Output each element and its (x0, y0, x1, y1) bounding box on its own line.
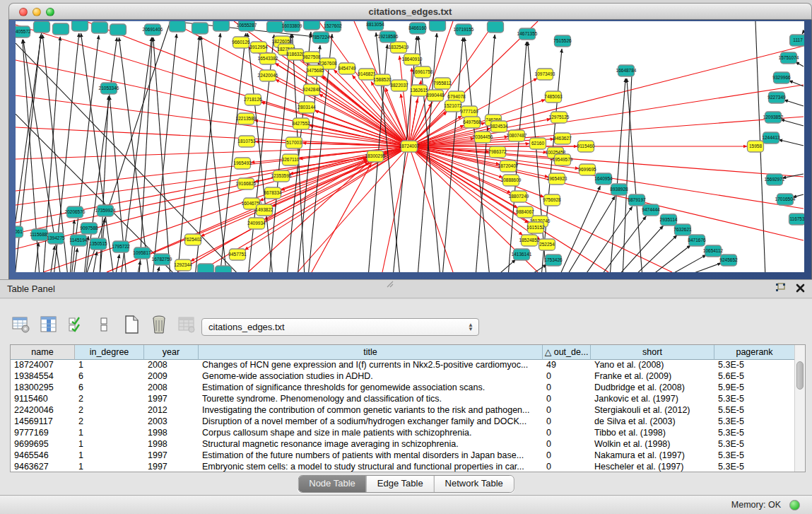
network-node[interactable]: 1145194 (70, 235, 88, 246)
network-node[interactable]: 10888609 (501, 175, 522, 186)
network-edge[interactable] (382, 146, 409, 272)
table-row[interactable]: 1872400712008Changes of HCN gene express… (11, 360, 795, 371)
network-node[interactable]: 1615152 (526, 222, 545, 233)
network-node[interactable]: 8454749 (338, 63, 356, 74)
network-node[interactable]: 7986372 (488, 146, 507, 158)
network-node[interactable]: 18325419 (389, 42, 409, 53)
network-node[interactable]: 8186328 (286, 49, 305, 60)
network-node[interactable]: 1640954 (594, 173, 613, 185)
table-cell[interactable]: Tibbo et al. (1998) (591, 428, 714, 439)
network-node[interactable] (53, 23, 69, 35)
table-cell[interactable]: 1997 (144, 462, 199, 473)
network-node[interactable]: 1795722 (112, 241, 130, 252)
network-node[interactable]: 20364456 (473, 132, 493, 143)
table-row[interactable]: 969969511998Structural magnetic resonanc… (11, 439, 795, 450)
network-node[interactable] (430, 21, 446, 31)
network-edge[interactable] (409, 146, 804, 240)
table-cell[interactable]: 0 (543, 439, 591, 450)
show-columns-icon[interactable] (39, 315, 59, 334)
network-node[interactable]: 3475685 (306, 65, 324, 76)
network-edge[interactable] (16, 158, 367, 233)
column-header-pagerank[interactable]: pagerank (714, 345, 795, 360)
table-cell[interactable]: 0 (543, 428, 591, 439)
network-node[interactable]: 252254 (539, 239, 555, 250)
table-cell[interactable]: Corpus callosum shape and size in male p… (199, 428, 543, 439)
table-cell[interactable]: 1 (75, 439, 144, 450)
network-node[interactable]: 20691406 (143, 24, 163, 35)
float-panel-icon[interactable] (775, 283, 786, 293)
network-node[interactable]: 12213589 (236, 113, 257, 124)
table-cell[interactable]: 2 (75, 394, 144, 405)
select-columns-check-icon[interactable] (66, 315, 86, 334)
network-node[interactable]: 15751074 (779, 52, 799, 64)
table-cell[interactable]: 9777169 (11, 428, 75, 439)
network-node[interactable]: 1965493 (233, 158, 252, 169)
table-cell[interactable]: 5.3E-5 (714, 416, 795, 428)
minimize-window-icon[interactable] (33, 8, 41, 16)
network-node[interactable]: 2935114 (660, 214, 678, 226)
network-node[interactable]: 7632621 (673, 224, 692, 235)
network-node[interactable] (92, 22, 108, 33)
close-window-icon[interactable] (19, 8, 28, 16)
network-node[interactable]: 9097588 (80, 223, 98, 234)
tab-node-table[interactable]: Node Table (298, 476, 366, 492)
network-node[interactable]: 12975125 (549, 112, 570, 123)
network-node[interactable]: 2405572 (16, 26, 31, 37)
table-cell[interactable]: Embryonic stem cells: a model to study s… (199, 462, 543, 473)
row-height-icon[interactable] (94, 315, 114, 334)
network-node[interactable]: 16033809 (282, 21, 302, 32)
table-row[interactable]: 911546021997Tourette syndrome. Phenomeno… (11, 394, 795, 405)
network-node[interactable]: 8466160 (408, 23, 427, 34)
network-node[interactable]: 1095817 (133, 247, 151, 259)
table-cell[interactable]: 1 (75, 450, 144, 462)
network-node[interactable]: 9329966 (772, 72, 791, 83)
network-node[interactable]: 2409934 (247, 218, 266, 229)
column-header-in_degree[interactable]: in_degree (75, 345, 144, 360)
network-edge[interactable] (666, 255, 706, 272)
network-node[interactable]: 517003 (286, 137, 302, 148)
network-node[interactable]: 116753 (789, 214, 805, 225)
citation-network-graph[interactable]: 1872400718300295159581221358927181262242… (16, 21, 804, 272)
network-node[interactable]: 12093852 (763, 112, 784, 123)
network-node[interactable]: 10807487 (507, 130, 527, 141)
scrollbar-thumb[interactable] (796, 361, 804, 390)
network-edge[interactable] (201, 36, 227, 272)
network-edge[interactable] (464, 37, 490, 272)
network-node[interactable]: 18807249 (509, 191, 529, 202)
network-node[interactable]: 8822037 (390, 80, 408, 91)
table-cell[interactable]: Investigating the contribution of common… (199, 405, 543, 416)
network-node[interactable] (198, 264, 214, 272)
network-node[interactable]: 9777169 (460, 106, 478, 117)
network-node[interactable]: 17359924 (95, 205, 116, 216)
table-cell[interactable]: 0 (543, 394, 591, 405)
network-node[interactable]: 14671355 (517, 28, 538, 40)
network-node[interactable] (304, 21, 320, 30)
table-cell[interactable]: Structural magnetic resonance image aver… (199, 439, 543, 450)
network-node[interactable]: 10973493 (535, 69, 555, 80)
network-node[interactable]: 10654112 (703, 245, 724, 257)
network-node[interactable]: 9245652 (719, 255, 738, 266)
network-node[interactable]: 22420046 (258, 70, 278, 81)
network-edge[interactable] (782, 174, 804, 178)
network-node[interactable]: 18720407 (498, 160, 519, 172)
column-header-out_de[interactable]: △ out_de... (543, 345, 591, 360)
network-node[interactable]: 8427552 (292, 118, 310, 129)
network-node[interactable]: 15958 (748, 141, 764, 152)
network-node[interactable]: 8990448 (426, 90, 445, 101)
network-edge[interactable] (627, 78, 642, 272)
network-node[interactable]: 7857224 (312, 32, 330, 43)
table-cell[interactable]: 1998 (144, 439, 199, 450)
network-node[interactable]: 2803144 (298, 102, 316, 113)
table-cell[interactable]: 18300295 (11, 382, 75, 394)
network-edge[interactable] (115, 255, 119, 272)
network-node[interactable]: 8938928 (610, 184, 628, 195)
network-node[interactable]: 1292344 (174, 259, 192, 271)
table-cell[interactable]: Jankovic et al. (1997) (591, 394, 714, 405)
network-node[interactable]: 1527602 (324, 21, 342, 32)
table-cell[interactable]: 1 (75, 360, 144, 371)
network-node[interactable]: 3824534 (490, 121, 508, 132)
network-canvas[interactable]: 1872400718300295159581221358927181262242… (16, 21, 804, 272)
table-cell[interactable]: Dudbridge et al. (2008) (591, 382, 714, 394)
table-cell[interactable]: Nakamura et al. (1997) (591, 450, 714, 462)
network-edge[interactable] (784, 100, 804, 106)
